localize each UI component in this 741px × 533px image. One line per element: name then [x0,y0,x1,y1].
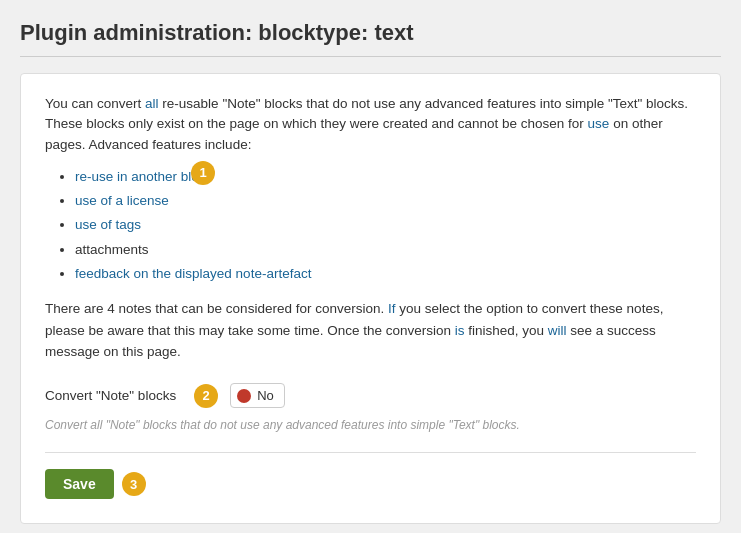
toggle-dot [237,389,251,403]
main-card: You can convert all re-usable "Note" blo… [20,73,721,524]
annotation-3: 3 [122,472,146,496]
toggle-label: No [257,384,284,407]
convert-form-row: Convert "Note" blocks 2 No [45,383,696,408]
helper-text: Convert all "Note" blocks that do not us… [45,418,696,432]
feedback-link[interactable]: feedback on the displayed note-artefact [75,266,311,281]
save-button[interactable]: Save [45,469,114,499]
list-item: use of a license [75,189,696,213]
intro-paragraph: You can convert all re-usable "Note" blo… [45,94,696,155]
tags-link[interactable]: use of tags [75,217,141,232]
features-section: re-use in another block use of a license… [45,165,696,286]
use-link[interactable]: use [588,116,610,131]
is-link[interactable]: is [455,323,465,338]
license-link[interactable]: use of a license [75,193,169,208]
all-link[interactable]: all [145,96,159,111]
list-item: re-use in another block [75,165,696,189]
annotation-1: 1 [191,161,215,185]
feature-list: re-use in another block use of a license… [75,165,696,286]
divider [45,452,696,453]
annotation-2: 2 [194,384,218,408]
list-item: feedback on the displayed note-artefact [75,262,696,286]
if-link[interactable]: If [388,301,396,316]
toggle-control[interactable]: No [230,383,285,408]
page-title: Plugin administration: blocktype: text [20,20,721,57]
conversion-note: There are 4 notes that can be considered… [45,298,696,363]
will-link[interactable]: will [548,323,567,338]
list-item: use of tags [75,213,696,237]
form-label: Convert "Note" blocks [45,388,176,403]
list-item: attachments [75,238,696,262]
save-row: Save 3 [45,469,696,499]
